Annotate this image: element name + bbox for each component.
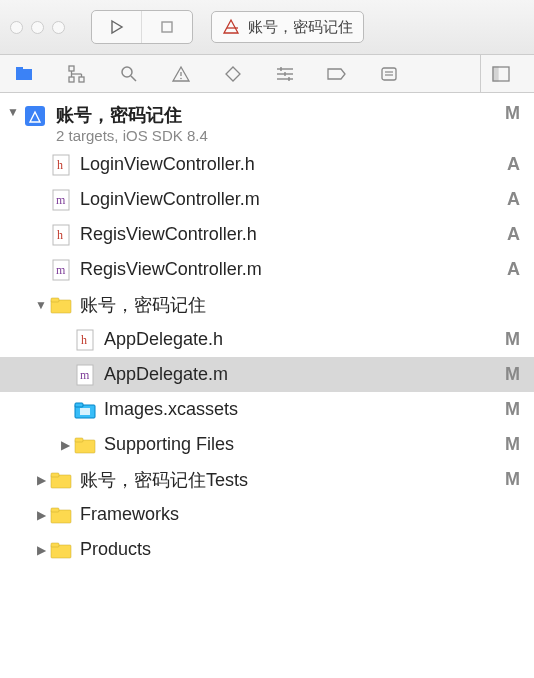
symbol-navigator-tab[interactable]	[66, 63, 88, 85]
svg-line-13	[131, 76, 136, 81]
file-label: LoginViewController.h	[80, 154, 500, 175]
scm-badge: A	[500, 154, 520, 175]
tree-row[interactable]: ▶mAppDelegate.mM	[0, 357, 534, 392]
m-icon: m	[74, 364, 96, 386]
svg-rect-50	[75, 438, 83, 442]
disclosure-triangle-closed[interactable]: ▶	[32, 471, 50, 489]
folder-icon	[50, 504, 72, 526]
svg-text:h: h	[57, 228, 63, 242]
xcodeproj-icon	[22, 103, 48, 129]
svg-rect-29	[493, 67, 498, 81]
stop-button[interactable]	[142, 11, 192, 43]
file-label: Supporting Files	[104, 434, 500, 455]
svg-point-16	[180, 77, 182, 79]
navigator-tabs	[0, 55, 534, 93]
tree-row[interactable]: ▶mLoginViewController.mA	[0, 182, 534, 217]
folder-icon	[74, 434, 96, 456]
file-label: LoginViewController.m	[80, 189, 500, 210]
tree-row[interactable]: ▶Images.xcassetsM	[0, 392, 534, 427]
issue-navigator-tab[interactable]	[170, 63, 192, 85]
right-pane-toggle[interactable]	[480, 55, 520, 92]
project-name: 账号，密码记住	[56, 103, 500, 127]
svg-rect-54	[51, 508, 59, 512]
tree-row[interactable]: ▶hRegisViewController.hA	[0, 217, 534, 252]
project-navigator-tab[interactable]	[14, 63, 36, 85]
tree-row[interactable]: ▼账号，密码记住	[0, 287, 534, 322]
tree-row[interactable]: ▶mRegisViewController.mA	[0, 252, 534, 287]
breakpoint-navigator-tab[interactable]	[326, 63, 348, 85]
scm-badge: M	[500, 364, 520, 385]
svg-rect-41	[51, 298, 59, 302]
file-label: 账号，密码记住Tests	[80, 468, 500, 492]
svg-rect-7	[69, 77, 74, 82]
run-button[interactable]	[92, 11, 142, 43]
file-label: RegisViewController.m	[80, 259, 500, 280]
disclosure-triangle-closed[interactable]: ▶	[56, 436, 74, 454]
assets-icon	[74, 399, 96, 421]
file-label: RegisViewController.h	[80, 224, 500, 245]
scm-badge: M	[500, 434, 520, 455]
svg-point-12	[122, 67, 132, 77]
svg-marker-0	[112, 21, 122, 33]
folder-icon	[50, 539, 72, 561]
disclosure-triangle-closed[interactable]: ▶	[32, 506, 50, 524]
scm-badge: A	[500, 259, 520, 280]
svg-marker-2	[224, 20, 238, 33]
tree-row[interactable]: ▶Frameworks	[0, 497, 534, 532]
scheme-selector[interactable]: 账号，密码记住	[211, 11, 364, 43]
svg-rect-25	[382, 68, 396, 80]
tree-row[interactable]: ▶账号，密码记住TestsM	[0, 462, 534, 497]
disclosure-triangle-open[interactable]: ▼	[32, 296, 50, 314]
project-row[interactable]: ▼ 账号，密码记住 2 targets, iOS SDK 8.4 M	[0, 99, 534, 147]
svg-rect-8	[79, 77, 84, 82]
folder-icon	[50, 469, 72, 491]
folder-icon	[50, 294, 72, 316]
debug-navigator-tab[interactable]	[274, 63, 296, 85]
file-label: 账号，密码记住	[80, 293, 500, 317]
svg-rect-52	[51, 473, 59, 477]
svg-rect-47	[75, 403, 83, 407]
close-window[interactable]	[10, 21, 23, 34]
minimize-window[interactable]	[31, 21, 44, 34]
window-controls	[10, 21, 65, 34]
svg-rect-1	[162, 22, 172, 32]
svg-rect-30	[25, 106, 45, 126]
svg-text:m: m	[80, 368, 90, 382]
scm-badge: M	[500, 469, 520, 490]
svg-text:m: m	[56, 263, 66, 277]
file-label: Products	[80, 539, 500, 560]
svg-rect-5	[16, 67, 23, 70]
tree-row[interactable]: ▶hAppDelegate.hM	[0, 322, 534, 357]
scm-badge: A	[500, 224, 520, 245]
file-label: AppDelegate.h	[104, 329, 500, 350]
disclosure-triangle-closed[interactable]: ▶	[32, 541, 50, 559]
svg-rect-6	[69, 66, 74, 71]
svg-rect-4	[16, 69, 32, 80]
toolbar: 账号，密码记住	[0, 0, 534, 55]
scheme-name: 账号，密码记住	[248, 18, 353, 37]
h-icon: h	[74, 329, 96, 351]
tree-row[interactable]: ▶Supporting FilesM	[0, 427, 534, 462]
report-navigator-tab[interactable]	[378, 63, 400, 85]
file-label: AppDelegate.m	[104, 364, 500, 385]
scm-badge: A	[500, 189, 520, 210]
svg-text:h: h	[57, 158, 63, 172]
m-icon: m	[50, 259, 72, 281]
zoom-window[interactable]	[52, 21, 65, 34]
scm-badge: M	[500, 103, 520, 124]
run-stop-group	[91, 10, 193, 44]
app-icon	[222, 18, 240, 36]
project-navigator: ▼ 账号，密码记住 2 targets, iOS SDK 8.4 M ▶hLog…	[0, 93, 534, 567]
h-icon: h	[50, 224, 72, 246]
h-icon: h	[50, 154, 72, 176]
find-navigator-tab[interactable]	[118, 63, 140, 85]
test-navigator-tab[interactable]	[222, 63, 244, 85]
svg-rect-48	[80, 408, 90, 415]
svg-marker-17	[226, 67, 240, 81]
svg-text:m: m	[56, 193, 66, 207]
svg-marker-24	[328, 69, 345, 79]
tree-row[interactable]: ▶hLoginViewController.hA	[0, 147, 534, 182]
disclosure-triangle-open[interactable]: ▼	[4, 103, 22, 121]
tree-row[interactable]: ▶Products	[0, 532, 534, 567]
svg-rect-56	[51, 543, 59, 547]
